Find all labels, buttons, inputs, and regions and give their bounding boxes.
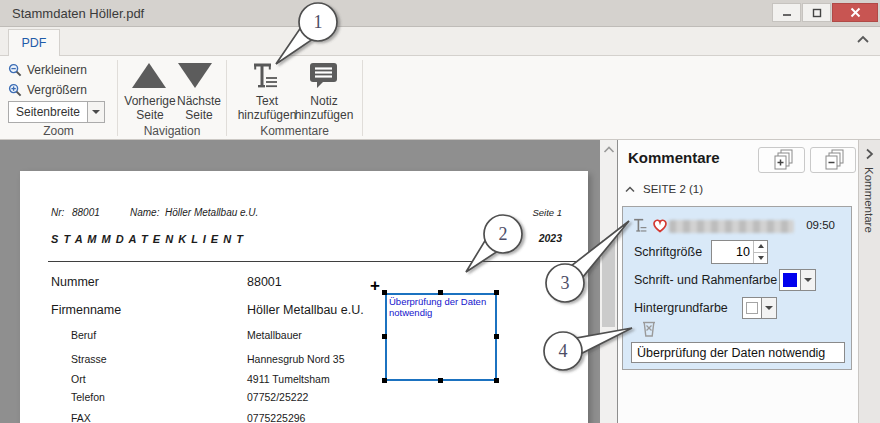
background-color-picker[interactable] bbox=[742, 297, 777, 319]
group-label-navigation: Navigation bbox=[118, 124, 226, 138]
doc-title: S T A M M D A T E N K L I E N T bbox=[51, 233, 244, 245]
text-annotation-content[interactable]: Überprüfung der Daten notwendig bbox=[389, 296, 493, 318]
comments-panel-title: Kommentare bbox=[628, 149, 720, 166]
scrollbar-thumb[interactable] bbox=[602, 240, 615, 327]
favorite-heart-icon[interactable] bbox=[652, 218, 668, 233]
zoom-out-label: Verkleinern bbox=[27, 63, 87, 77]
page-width-value: Seitenbreite bbox=[16, 105, 80, 119]
comments-panel: Kommentare SEITE 2 (1) bbox=[618, 140, 858, 423]
color-dropdown-button[interactable] bbox=[762, 297, 777, 319]
side-tab-label: Kommentare bbox=[863, 167, 875, 233]
page-section-header[interactable]: SEITE 2 (1) bbox=[625, 183, 703, 195]
resize-handle-n[interactable] bbox=[438, 290, 443, 295]
fontsize-label: Schriftgröße bbox=[634, 245, 702, 259]
resize-handle-s[interactable] bbox=[438, 378, 443, 383]
spinner-up-button[interactable] bbox=[754, 241, 767, 252]
triangle-down-icon bbox=[178, 63, 212, 88]
page-section-label: SEITE 2 (1) bbox=[643, 183, 703, 195]
resize-handle-ne[interactable] bbox=[494, 290, 499, 295]
document-viewport[interactable]: Nr: 88001 Name: Höller Metallbau e.U. Se… bbox=[0, 140, 600, 423]
dropdown-arrow-icon bbox=[804, 278, 812, 282]
doc-row-value: 07752/25222 bbox=[247, 391, 308, 403]
zoom-in-button[interactable]: Vergrößern bbox=[8, 80, 87, 99]
zoom-out-button[interactable]: Verkleinern bbox=[8, 60, 87, 79]
collapse-ribbon-icon[interactable] bbox=[856, 35, 870, 45]
text-annotation-box[interactable]: Überprüfung der Daten notwendig bbox=[385, 293, 497, 381]
add-note-icon[interactable] bbox=[308, 61, 340, 90]
doc-row-value: Höller Metallbau e.U. bbox=[247, 303, 364, 317]
close-icon bbox=[850, 7, 861, 18]
doc-row-value: Hannesgrub Nord 35 bbox=[247, 353, 344, 365]
resize-handle-w[interactable] bbox=[382, 334, 387, 339]
document-scrollbar[interactable] bbox=[600, 140, 617, 423]
next-page-button[interactable] bbox=[177, 62, 213, 89]
page-width-dropdown-button[interactable] bbox=[88, 101, 105, 123]
doc-page-label: Seite 1 bbox=[500, 207, 562, 218]
comment-text-input[interactable] bbox=[631, 342, 845, 363]
color-dropdown-button[interactable] bbox=[801, 269, 816, 291]
group-separator bbox=[362, 60, 363, 136]
doc-name-label: Name: bbox=[130, 207, 159, 218]
crosshair-cursor: + bbox=[370, 276, 380, 296]
author-name-redacted bbox=[669, 220, 794, 233]
previous-page-button[interactable] bbox=[131, 62, 167, 89]
group-label-comments: Kommentare bbox=[227, 124, 362, 138]
minimize-button[interactable] bbox=[772, 3, 801, 22]
doc-row-label: Ort bbox=[71, 373, 86, 385]
add-text-icon[interactable] bbox=[250, 60, 280, 90]
text-annotation-icon bbox=[632, 217, 648, 233]
collapse-all-icon bbox=[821, 149, 845, 171]
blue-color-swatch bbox=[783, 273, 797, 287]
doc-nr-label: Nr: bbox=[51, 207, 64, 218]
spinner-down-icon bbox=[758, 256, 764, 260]
tab-pdf[interactable]: PDF bbox=[8, 29, 60, 56]
next-page-label[interactable]: Nächste Seite bbox=[170, 95, 228, 123]
dropdown-arrow-icon bbox=[92, 110, 100, 114]
doc-row-value: 0775225296 bbox=[247, 412, 305, 423]
close-button[interactable] bbox=[832, 3, 878, 22]
doc-row-value: 4911 Tumeltsham bbox=[247, 373, 330, 385]
expand-all-button[interactable] bbox=[758, 147, 805, 173]
app-window: Stammdaten Höller.pdf PDF bbox=[0, 0, 880, 423]
page-width-select[interactable]: Seitenbreite bbox=[8, 101, 88, 123]
magnifier-minus-icon bbox=[8, 63, 22, 77]
resize-handle-se[interactable] bbox=[494, 378, 499, 383]
spinner-down-button[interactable] bbox=[754, 252, 767, 264]
comment-card[interactable]: 09:50 Schriftgröße Schrift- und Rahmenfa… bbox=[622, 206, 852, 370]
resize-handle-sw[interactable] bbox=[382, 378, 387, 383]
doc-divider bbox=[48, 261, 584, 262]
collapse-all-button[interactable] bbox=[810, 147, 856, 173]
scroll-up-icon[interactable] bbox=[603, 146, 615, 154]
minimize-icon bbox=[782, 8, 792, 18]
resize-handle-e[interactable] bbox=[494, 334, 499, 339]
zoom-in-label: Vergrößern bbox=[27, 83, 87, 97]
add-note-label[interactable]: Notiz hinzufügen bbox=[286, 95, 362, 123]
group-label-zoom: Zoom bbox=[0, 124, 117, 138]
doc-row-label: FAX bbox=[71, 412, 91, 423]
dropdown-arrow-icon bbox=[765, 306, 773, 310]
doc-row-value: Metallbauer bbox=[247, 329, 302, 341]
maximize-icon bbox=[812, 8, 822, 18]
fontsize-input[interactable] bbox=[712, 241, 753, 263]
doc-year: 2023 bbox=[500, 232, 562, 244]
magnifier-plus-icon bbox=[8, 83, 22, 97]
doc-row-label: Nummer bbox=[51, 275, 99, 289]
doc-name-value: Höller Metallbau e.U. bbox=[165, 207, 258, 218]
window-title: Stammdaten Höller.pdf bbox=[12, 6, 144, 21]
title-bar: Stammdaten Höller.pdf bbox=[0, 0, 880, 27]
doc-row-label: Strasse bbox=[71, 353, 107, 365]
font-border-color-label: Schrift- und Rahmenfarbe bbox=[634, 273, 777, 287]
panel-collapse-icon[interactable] bbox=[865, 148, 874, 160]
doc-nr-value: 88001 bbox=[72, 207, 100, 218]
trash-icon[interactable] bbox=[641, 318, 657, 338]
maximize-button[interactable] bbox=[802, 3, 831, 22]
section-collapse-icon bbox=[625, 186, 635, 193]
font-border-color-picker[interactable] bbox=[779, 269, 816, 291]
ribbon: Verkleinern Vergrößern Seitenbreite Zoom… bbox=[0, 56, 880, 140]
expand-all-icon bbox=[770, 149, 794, 171]
white-color-swatch bbox=[746, 302, 758, 314]
triangle-up-icon bbox=[132, 63, 166, 88]
doc-row-label: Beruf bbox=[71, 329, 96, 341]
resize-handle-nw[interactable] bbox=[382, 290, 387, 295]
comments-side-tab[interactable]: Kommentare bbox=[858, 140, 880, 423]
